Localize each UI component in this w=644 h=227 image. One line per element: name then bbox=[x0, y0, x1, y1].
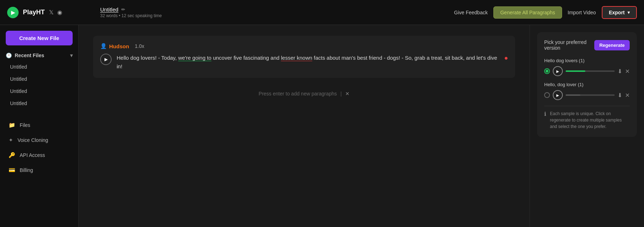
billing-icon: 💳 bbox=[9, 167, 15, 173]
file-meta: 32 words • 12 sec speaking time bbox=[100, 13, 454, 18]
chevron-down-icon: ▾ bbox=[70, 53, 73, 58]
right-panel: Pick your preferred version Regenerate H… bbox=[530, 25, 644, 227]
panel-title: Pick your preferred version bbox=[544, 39, 594, 51]
version-2-label: Hello, dog lover (1) bbox=[544, 82, 630, 87]
person-icon: 👤 bbox=[100, 43, 107, 49]
sidebar-item-api-access[interactable]: 🔑 API Access bbox=[0, 148, 78, 163]
version-2-close-icon[interactable]: ✕ bbox=[625, 92, 630, 99]
hint-divider: | bbox=[341, 91, 342, 97]
version-panel: Pick your preferred version Regenerate H… bbox=[537, 32, 637, 137]
list-item[interactable]: Untitled bbox=[6, 61, 73, 73]
main-editor: 👤 Hudson 1.0x ▶ Hello dog lovers! - Toda… bbox=[79, 25, 530, 227]
twitter-icon[interactable]: 𝕏 bbox=[49, 9, 54, 16]
discord-icon[interactable]: ◉ bbox=[57, 9, 62, 16]
sidebar-item-label: API Access bbox=[20, 152, 45, 158]
logo-area: ▶ PlayHT 𝕏 ◉ bbox=[7, 7, 86, 18]
body: Create New File 🕐 Recent Files ▾ Untitle… bbox=[0, 25, 644, 227]
add-paragraph-hint: Press enter to add new paragraphs | ✕ bbox=[93, 84, 515, 104]
voice-speed: 1.0x bbox=[135, 43, 144, 49]
record-indicator: ● bbox=[504, 54, 508, 62]
version-1-radio[interactable] bbox=[544, 68, 550, 74]
version-2-progress-fill bbox=[566, 94, 580, 96]
paragraph-row: ▶ Hello dog lovers! - Today, we're going… bbox=[100, 54, 508, 71]
header-center: Untitled ✏ 32 words • 12 sec speaking ti… bbox=[86, 6, 454, 18]
api-icon: 🔑 bbox=[9, 152, 15, 158]
chevron-down-icon: ▾ bbox=[628, 10, 630, 15]
recent-files-section: 🕐 Recent Files ▾ Untitled Untitled Untit… bbox=[0, 53, 78, 109]
play-button[interactable]: ▶ bbox=[100, 54, 112, 65]
panel-divider bbox=[544, 106, 630, 106]
version-1-download-icon[interactable]: ⬇ bbox=[618, 68, 622, 75]
export-button[interactable]: Export ▾ bbox=[602, 6, 637, 19]
sidebar: Create New File 🕐 Recent Files ▾ Untitle… bbox=[0, 25, 79, 227]
voice-name[interactable]: 👤 Hudson bbox=[100, 43, 129, 49]
sidebar-item-voice-cloning[interactable]: ✦ Voice Cloning bbox=[0, 133, 78, 148]
list-item[interactable]: Untitled bbox=[6, 98, 73, 109]
version-1-label: Hello dog lovers (1) bbox=[544, 58, 630, 63]
voice-row: 👤 Hudson 1.0x bbox=[100, 43, 508, 49]
version-2-player: ▶ ⬇ ✕ bbox=[544, 90, 630, 100]
edit-icon[interactable]: ✏ bbox=[121, 7, 125, 12]
version-1-play-button[interactable]: ▶ bbox=[553, 66, 563, 76]
import-video-button[interactable]: Import Video bbox=[568, 10, 596, 15]
header: ▶ PlayHT 𝕏 ◉ Untitled ✏ 32 words • 12 se… bbox=[0, 0, 644, 25]
version-2-download-icon[interactable]: ⬇ bbox=[618, 92, 622, 99]
paragraph-text[interactable]: Hello dog lovers! - Today, we're going t… bbox=[117, 54, 499, 71]
version-1-player: ▶ ⬇ ✕ bbox=[544, 66, 630, 76]
version-2-play-button[interactable]: ▶ bbox=[553, 90, 563, 100]
version-1-progress[interactable] bbox=[566, 70, 615, 72]
version-item-1: Hello dog lovers (1) ▶ ⬇ ✕ bbox=[544, 58, 630, 76]
sidebar-item-label: Voice Cloning bbox=[18, 137, 48, 143]
generate-all-button[interactable]: Generate All Paragraphs bbox=[493, 6, 562, 19]
version-1-progress-fill bbox=[566, 70, 585, 72]
version-2-radio[interactable] bbox=[544, 92, 550, 98]
version-2-progress[interactable] bbox=[566, 94, 615, 96]
sidebar-item-label: Files bbox=[20, 122, 30, 128]
recent-files-header[interactable]: 🕐 Recent Files ▾ bbox=[6, 53, 73, 58]
voice-cloning-icon: ✦ bbox=[9, 137, 13, 143]
info-icon: ℹ bbox=[544, 111, 546, 117]
file-title-row: Untitled ✏ bbox=[100, 6, 454, 13]
recent-files-label: Recent Files bbox=[15, 53, 44, 58]
sidebar-nav: 📁 Files ✦ Voice Cloning 🔑 API Access 💳 B… bbox=[0, 118, 78, 178]
list-item[interactable]: Untitled bbox=[6, 73, 73, 85]
logo-icon: ▶ bbox=[7, 7, 19, 18]
paragraph-block: 👤 Hudson 1.0x ▶ Hello dog lovers! - Toda… bbox=[93, 36, 515, 78]
panel-header: Pick your preferred version Regenerate bbox=[544, 39, 630, 51]
feedback-button[interactable]: Give Feedback bbox=[454, 10, 488, 15]
hint-text: Press enter to add new paragraphs bbox=[259, 91, 337, 97]
version-1-close-icon[interactable]: ✕ bbox=[625, 68, 630, 75]
version-item-2: Hello, dog lover (1) ▶ ⬇ ✕ bbox=[544, 82, 630, 100]
list-item[interactable]: Untitled bbox=[6, 85, 73, 97]
files-icon: 📁 bbox=[9, 122, 15, 128]
header-actions: Give Feedback Generate All Paragraphs Im… bbox=[454, 6, 637, 19]
logo-text: PlayHT bbox=[23, 9, 45, 16]
clock-icon: 🕐 bbox=[6, 53, 12, 58]
sidebar-item-label: Billing bbox=[20, 167, 33, 173]
info-text: Each sample is unique. Click on regenera… bbox=[550, 110, 630, 130]
social-icons: 𝕏 ◉ bbox=[49, 9, 62, 16]
panel-info: ℹ Each sample is unique. Click on regene… bbox=[544, 110, 630, 130]
sidebar-item-files[interactable]: 📁 Files bbox=[0, 118, 78, 133]
file-title: Untitled bbox=[100, 6, 118, 13]
close-hint-button[interactable]: ✕ bbox=[345, 91, 350, 97]
export-label: Export bbox=[609, 10, 625, 15]
create-new-file-button[interactable]: Create New File bbox=[6, 31, 73, 45]
file-list: Untitled Untitled Untitled Untitled bbox=[6, 61, 73, 109]
regenerate-button[interactable]: Regenerate bbox=[594, 40, 630, 50]
sidebar-item-billing[interactable]: 💳 Billing bbox=[0, 163, 78, 178]
